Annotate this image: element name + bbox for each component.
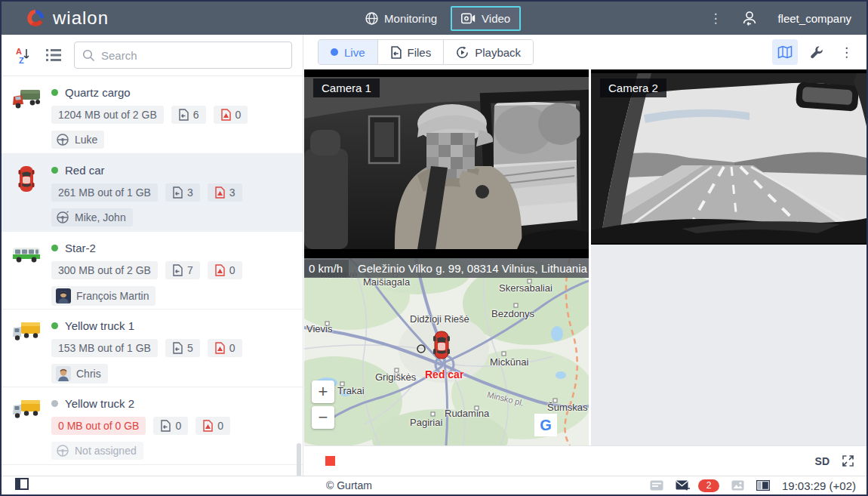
red-car-map-marker[interactable] <box>432 330 451 363</box>
player-control-bar: SD <box>304 445 866 476</box>
tab-files[interactable]: Files <box>378 40 445 64</box>
driver-badge-unassigned[interactable]: Not assigned <box>51 442 143 460</box>
status-dot-online <box>51 167 58 174</box>
sort-az-icon[interactable]: A Z <box>14 45 33 65</box>
map-zoom-controls: + − <box>312 380 334 429</box>
empty-video-slot <box>591 245 866 445</box>
map-town-label: Šumskas <box>547 402 587 413</box>
vehicle-name: Quartz cargo <box>65 86 131 99</box>
vehicle-row-quartz-cargo[interactable]: Quartz cargo 1204 MB out of 2 GB 6 <box>2 76 303 154</box>
search-icon <box>82 49 95 62</box>
tab-live[interactable]: Live <box>319 40 378 64</box>
globe-icon <box>365 12 378 25</box>
alerts-count-badge[interactable]: 0 <box>214 106 248 124</box>
vehicle-name: Yellow truck 1 <box>65 319 134 332</box>
tab-playback[interactable]: Playback <box>444 40 533 64</box>
quality-selector[interactable]: SD <box>815 455 830 467</box>
top-nav: Monitoring Video <box>358 6 521 31</box>
map-town-label: Bezdonys <box>491 308 534 319</box>
messages-envelope-icon[interactable] <box>676 480 691 491</box>
search-input[interactable] <box>101 49 284 62</box>
fullscreen-icon[interactable] <box>842 454 854 467</box>
alerts-count-badge[interactable]: 0 <box>208 339 242 357</box>
stop-button[interactable] <box>325 456 335 466</box>
vehicle-row-star-2[interactable]: Star-2 300 MB out of 2 GB 7 <box>2 232 303 310</box>
driver-avatar <box>56 366 71 381</box>
google-logo[interactable]: G <box>534 414 557 436</box>
yellow-truck-icon <box>11 397 42 455</box>
svg-text:Z: Z <box>19 56 24 64</box>
driver-badge[interactable]: Luke <box>51 131 104 149</box>
wialon-logo-icon <box>26 8 45 28</box>
settings-wrench-button[interactable] <box>804 39 830 65</box>
video-options-menu-icon[interactable]: ⋮ <box>836 45 857 60</box>
vehicle-list: Quartz cargo 1204 MB out of 2 GB 6 <box>2 75 303 476</box>
status-dot-online <box>51 245 58 251</box>
reports-panel-icon[interactable] <box>650 480 663 491</box>
storage-badge-error: 0 MB out of 0 GB <box>51 417 146 435</box>
map-town-label: Mickūnai <box>490 356 528 368</box>
storage-badge: 300 MB out of 2 GB <box>51 261 158 279</box>
video-toolbar: Live Files Playback <box>304 35 866 69</box>
zoom-in-button[interactable]: + <box>312 380 334 403</box>
sidebar-scrollbar[interactable] <box>297 443 301 476</box>
storage-badge: 153 MB out of 1 GB <box>51 339 158 357</box>
status-dot-online <box>51 322 58 329</box>
camera-2-video <box>591 73 866 243</box>
topbar-menu-icon[interactable]: ⋮ <box>709 12 722 25</box>
dashboard-panel-icon[interactable] <box>756 480 770 491</box>
file-icon <box>172 186 183 199</box>
cargo-truck-icon <box>11 86 42 144</box>
tab-files-label: Files <box>408 46 432 59</box>
driver-badge[interactable]: Chris <box>51 364 108 384</box>
map-icon <box>777 45 793 59</box>
list-view-icon[interactable] <box>44 45 63 65</box>
camera-2-tile[interactable]: Camera 2 <box>591 69 866 245</box>
wialon-logo[interactable]: wialon <box>26 8 109 29</box>
sidebar-tools: A Z <box>2 35 303 75</box>
files-count-badge[interactable]: 7 <box>165 261 200 279</box>
map-town-label: Didžioji Riešė <box>410 313 469 325</box>
camera-2-label: Camera 2 <box>600 79 666 97</box>
copyright[interactable]: © Gurtam <box>326 479 372 491</box>
driver-badge[interactable]: Mike, John <box>51 208 133 226</box>
vehicle-row-yellow-truck-2[interactable]: Yellow truck 2 0 MB out of 0 GB 0 <box>2 387 303 465</box>
live-dot-icon <box>331 48 338 56</box>
video-camera-icon <box>461 13 476 24</box>
alert-file-icon <box>202 420 213 432</box>
driver-badge[interactable]: François Martin <box>51 286 155 306</box>
tab-monitoring[interactable]: Monitoring <box>358 6 445 31</box>
minibus-icon <box>11 242 42 300</box>
vehicle-row-yellow-truck-1[interactable]: Yellow truck 1 153 MB out of 1 GB 5 <box>2 310 303 387</box>
tab-video[interactable]: Video <box>451 6 521 31</box>
alert-file-icon <box>214 264 225 276</box>
address-readout: Geležinio Vilko g. 99, 08314 Vilnius, Li… <box>349 262 587 275</box>
files-count-badge[interactable]: 6 <box>171 106 206 124</box>
status-dot-online <box>51 89 58 96</box>
photos-icon[interactable] <box>731 480 744 491</box>
zoom-out-button[interactable]: − <box>312 406 334 429</box>
alerts-count-badge[interactable]: 0 <box>208 261 242 279</box>
alert-file-icon <box>214 186 225 199</box>
vehicle-row-red-car[interactable]: Red car 261 MB out of 1 GB 3 <box>2 154 303 232</box>
yellow-truck-icon <box>11 319 42 377</box>
alerts-count-badge[interactable]: 3 <box>208 183 242 202</box>
camera-1-tile[interactable]: Camera 1 <box>304 69 589 258</box>
user-account-icon[interactable] <box>741 10 758 26</box>
toggle-map-button[interactable] <box>772 39 798 65</box>
unread-messages-badge[interactable]: 2 <box>698 479 719 492</box>
user-name[interactable]: fleet_company <box>777 12 851 25</box>
collapse-sidebar-icon[interactable] <box>15 478 29 493</box>
storage-badge: 1204 MB out of 2 GB <box>51 106 164 124</box>
svg-text:A: A <box>16 47 22 56</box>
files-count-badge[interactable]: 0 <box>153 417 188 435</box>
files-count-badge[interactable]: 3 <box>165 183 200 202</box>
vehicle-name: Yellow truck 2 <box>65 397 134 410</box>
search-box <box>74 42 292 69</box>
tab-monitoring-label: Monitoring <box>384 12 437 25</box>
red-car-icon <box>11 164 42 222</box>
mini-map[interactable]: 0 km/h Geležinio Vilko g. 99, 08314 Viln… <box>304 258 589 445</box>
files-count-badge[interactable]: 5 <box>165 339 200 357</box>
map-status-bar: 0 km/h Geležinio Vilko g. 99, 08314 Viln… <box>304 258 589 278</box>
alerts-count-badge[interactable]: 0 <box>195 417 230 435</box>
